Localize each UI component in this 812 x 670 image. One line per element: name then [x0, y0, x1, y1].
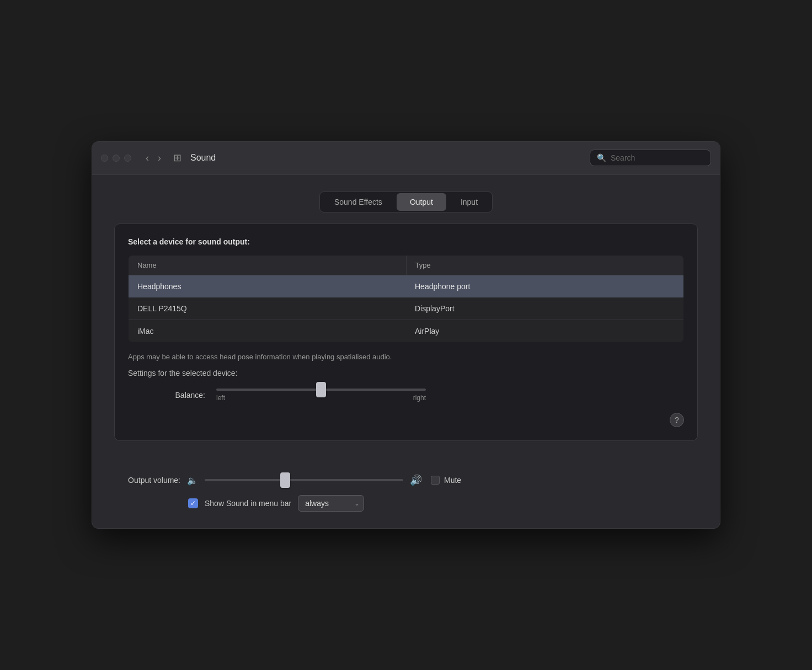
settings-label: Settings for the selected device: — [128, 369, 684, 377]
menu-bar-row: ✓ Show Sound in menu bar always when act… — [188, 495, 698, 512]
tab-sound-effects[interactable]: Sound Effects — [321, 193, 396, 211]
table-row[interactable]: DELL P2415Q DisplayPort — [129, 297, 684, 320]
device-name-headphones: Headphones — [129, 275, 407, 297]
show-sound-label: Show Sound in menu bar — [205, 499, 291, 508]
table-header-row: Name Type — [129, 255, 684, 275]
device-table: Name Type Headphones Headphone port DELL… — [128, 255, 684, 343]
mute-area: Mute — [431, 476, 461, 485]
grid-icon: ⊞ — [173, 152, 181, 164]
info-text: Apps may be able to access head pose inf… — [128, 352, 684, 363]
search-box: 🔍 — [590, 150, 711, 166]
maximize-button[interactable] — [124, 155, 131, 162]
content-area: Sound Effects Output Input Select a devi… — [92, 175, 720, 475]
volume-row: Output volume: 🔈 🔊 Mute — [114, 474, 698, 486]
main-window: ‹ › ⊞ Sound 🔍 Sound Effects Output Input… — [92, 141, 720, 529]
minimize-button[interactable] — [113, 155, 120, 162]
volume-low-icon: 🔈 — [187, 475, 198, 486]
column-header-name: Name — [129, 255, 407, 275]
balance-left-label: left — [216, 394, 225, 402]
balance-slider[interactable] — [216, 389, 426, 391]
search-icon: 🔍 — [597, 153, 606, 162]
window-title: Sound — [190, 153, 216, 163]
balance-slider-labels: left right — [216, 394, 426, 402]
always-dropdown-wrapper: always when active never ⌄ — [298, 495, 364, 512]
volume-high-icon: 🔊 — [410, 474, 422, 486]
close-button[interactable] — [101, 155, 108, 162]
device-name-imac: iMac — [129, 320, 407, 342]
tabs: Sound Effects Output Input — [319, 192, 493, 212]
search-input[interactable] — [611, 153, 704, 162]
bottom-controls: Output volume: 🔈 🔊 Mute ✓ Show Sound in … — [92, 474, 720, 528]
balance-label: Balance: — [161, 391, 205, 400]
output-panel: Select a device for sound output: Name T… — [114, 224, 698, 442]
device-type-headphones: Headphone port — [406, 275, 684, 297]
volume-slider[interactable] — [205, 479, 403, 481]
balance-row: Balance: left right — [161, 389, 684, 402]
always-dropdown[interactable]: always when active never — [298, 495, 364, 512]
balance-slider-wrapper: left right — [216, 389, 426, 402]
tabs-container: Sound Effects Output Input — [114, 192, 698, 212]
mute-label: Mute — [444, 476, 461, 485]
device-type-imac: AirPlay — [406, 320, 684, 342]
tab-input[interactable]: Input — [447, 193, 491, 211]
mute-checkbox[interactable] — [431, 476, 440, 485]
traffic-lights — [101, 155, 131, 162]
volume-label: Output volume: — [114, 476, 180, 485]
table-row[interactable]: Headphones Headphone port — [129, 275, 684, 297]
nav-buttons: ‹ › — [142, 151, 164, 165]
back-button[interactable]: ‹ — [142, 151, 152, 165]
show-sound-checkbox[interactable]: ✓ — [188, 498, 198, 508]
help-area: ? — [128, 413, 684, 427]
column-header-type: Type — [406, 255, 684, 275]
tab-output[interactable]: Output — [397, 193, 446, 211]
device-type-dell: DisplayPort — [406, 297, 684, 320]
table-row[interactable]: iMac AirPlay — [129, 320, 684, 342]
help-button[interactable]: ? — [670, 413, 684, 427]
balance-right-label: right — [413, 394, 426, 402]
device-name-dell: DELL P2415Q — [129, 297, 407, 320]
titlebar: ‹ › ⊞ Sound 🔍 — [92, 142, 720, 175]
panel-title: Select a device for sound output: — [128, 237, 684, 246]
forward-button[interactable]: › — [154, 151, 164, 165]
